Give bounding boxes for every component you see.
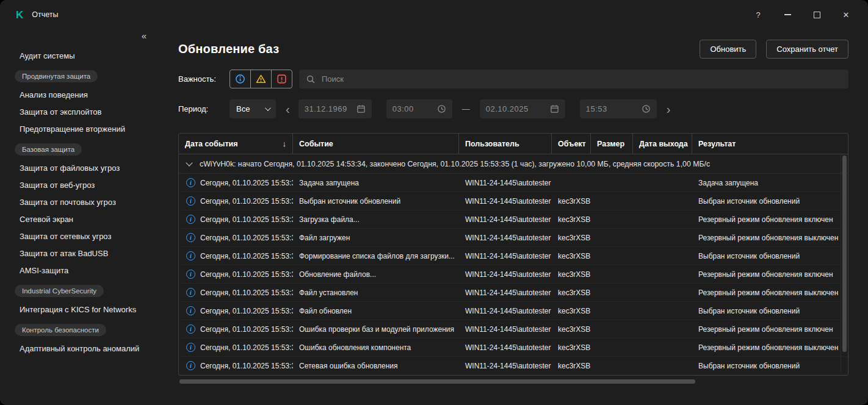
sidebar-item[interactable]: Аудит системы: [0, 48, 159, 65]
events-table: Дата события↓СобытиеПользовательОбъектРа…: [178, 133, 848, 376]
info-icon: i: [186, 343, 195, 352]
table-body: cWiYvH0k: начато Сегодня, 01.10.2025 14:…: [179, 154, 848, 375]
event-date-cell: iСегодня, 01.10.2025 15:53:34: [179, 343, 293, 352]
search-box[interactable]: [299, 70, 848, 88]
info-circle-icon: [235, 74, 245, 84]
period-select[interactable]: Все: [230, 99, 276, 118]
sidebar-item[interactable]: Защита от почтовых угроз: [0, 194, 159, 211]
time-to-field[interactable]: 15:53: [580, 99, 657, 118]
column-header[interactable]: Событие: [293, 134, 459, 154]
kaspersky-logo-icon: K: [16, 10, 23, 20]
group-row[interactable]: cWiYvH0k: начато Сегодня, 01.10.2025 14:…: [179, 154, 848, 174]
importance-critical-toggle[interactable]: [271, 70, 292, 88]
event-cell: Загрузка файла...: [293, 215, 459, 224]
sidebar-item[interactable]: Адаптивный контроль аномалий: [0, 340, 159, 357]
table-row[interactable]: iСегодня, 01.10.2025 15:53:34Обновление …: [179, 265, 848, 284]
column-header-label: Объект: [558, 140, 586, 148]
result-cell: Резервный режим обновления выключен: [692, 234, 848, 242]
table-row[interactable]: iСегодня, 01.10.2025 15:53:34Файл устано…: [179, 284, 848, 302]
info-icon: i: [186, 196, 195, 206]
table-row[interactable]: iСегодня, 01.10.2025 15:53:34Формировани…: [179, 247, 848, 265]
user-cell: WIN11-24-1445\autotester: [459, 215, 552, 224]
chevron-expand-icon: [186, 159, 192, 166]
column-header[interactable]: Объект: [552, 134, 591, 154]
event-date-cell: iСегодня, 01.10.2025 15:53:34: [179, 233, 293, 242]
table-rows: iСегодня, 01.10.2025 15:53:34Задача запу…: [179, 174, 848, 375]
sidebar-item[interactable]: Анализ поведения: [0, 87, 159, 104]
minimize-button[interactable]: [781, 9, 794, 21]
vertical-scrollbar-thumb[interactable]: [842, 156, 847, 352]
window-title: Отчеты: [32, 10, 58, 19]
horizontal-scrollbar[interactable]: [178, 379, 848, 384]
event-date-text: Сегодня, 01.10.2025 15:53:34: [200, 343, 293, 352]
event-cell: Формирование списка файлов для загрузки.…: [293, 252, 459, 260]
object-cell: kec3rXSB: [552, 270, 591, 279]
column-header[interactable]: Результат: [692, 134, 848, 154]
table-row[interactable]: iСегодня, 01.10.2025 15:53:34Загрузка фа…: [179, 210, 848, 229]
sidebar-section-badge: Продвинутая защита: [0, 65, 159, 87]
importance-filter-row: Важность:: [178, 70, 848, 88]
date-from-field[interactable]: 31.12.1969: [298, 99, 372, 118]
event-cell: Файл загружен: [293, 234, 459, 242]
event-date-text: Сегодня, 01.10.2025 15:53:34: [200, 215, 293, 224]
warning-triangle-icon: [256, 74, 266, 84]
table-row[interactable]: iСегодня, 01.10.2025 15:53:34Файл обновл…: [179, 302, 848, 320]
importance-info-toggle[interactable]: [230, 70, 251, 88]
sidebar-item[interactable]: AMSI-защита: [0, 262, 159, 279]
clock-icon: [642, 104, 651, 113]
event-date-text: Сегодня, 01.10.2025 15:53:34: [200, 325, 293, 334]
column-header[interactable]: Дата события↓: [179, 134, 293, 154]
table-row[interactable]: iСегодня, 01.10.2025 15:53:34Выбран исто…: [179, 192, 848, 210]
event-cell: Задача запущена: [293, 179, 459, 187]
result-cell: Задача запущена: [692, 179, 848, 187]
date-from-value: 31.12.1969: [305, 104, 347, 113]
app-window: K Отчеты ? ✕ « Аудит системыПродвинутая …: [0, 0, 868, 405]
sidebar-item[interactable]: Защита от эксплойтов: [0, 104, 159, 121]
column-header-label: Результат: [698, 140, 736, 148]
event-date-cell: iСегодня, 01.10.2025 15:53:34: [179, 306, 293, 315]
section-badge-label: Контроль безопасности: [15, 324, 106, 336]
save-report-button[interactable]: Сохранить отчет: [766, 40, 848, 59]
column-header[interactable]: Пользователь: [459, 134, 552, 154]
period-filter-row: Период: Все ‹ 31.12.1969 03:00 —: [178, 99, 848, 118]
event-cell: Ошибка обновления компонента: [293, 343, 459, 352]
table-row[interactable]: iСегодня, 01.10.2025 15:53:34Ошибка пров…: [179, 320, 848, 339]
table-row[interactable]: iСегодня, 01.10.2025 15:53:34Ошибка обно…: [179, 339, 848, 357]
maximize-button[interactable]: [811, 9, 823, 21]
table-row[interactable]: iСегодня, 01.10.2025 15:53:34Задача запу…: [179, 174, 848, 192]
time-from-field[interactable]: 03:00: [386, 99, 452, 118]
table-row[interactable]: iСегодня, 01.10.2025 15:53:34Файл загруж…: [179, 229, 848, 247]
sidebar-item[interactable]: Защита от файловых угроз: [0, 160, 159, 177]
update-button[interactable]: Обновить: [700, 40, 756, 59]
info-icon: i: [186, 251, 195, 260]
date-to-field[interactable]: 02.10.2025: [480, 99, 565, 118]
vertical-scrollbar[interactable]: [841, 154, 847, 373]
sidebar-item[interactable]: Предотвращение вторжений: [0, 121, 159, 138]
period-next-button[interactable]: ›: [667, 103, 671, 115]
event-date-text: Сегодня, 01.10.2025 15:53:34: [200, 362, 293, 370]
sidebar-item[interactable]: Защита от веб-угроз: [0, 177, 159, 194]
importance-warning-toggle[interactable]: [250, 70, 272, 88]
table-row[interactable]: iСегодня, 01.10.2025 15:53:34Сетевая оши…: [179, 357, 848, 375]
help-button[interactable]: ?: [752, 9, 764, 21]
search-input[interactable]: [320, 74, 842, 84]
event-date-text: Сегодня, 01.10.2025 15:53:34: [200, 252, 293, 260]
object-cell: kec3rXSB: [552, 362, 591, 370]
column-header[interactable]: Дата выхода: [633, 134, 692, 154]
period-prev-button[interactable]: ‹: [286, 103, 290, 115]
sidebar-item[interactable]: Интеграция с KICS for Networks: [0, 301, 159, 318]
sidebar-item[interactable]: Защита от сетевых угроз: [0, 228, 159, 245]
range-separator: —: [462, 104, 470, 113]
column-header[interactable]: Размер: [591, 134, 633, 154]
info-icon: i: [186, 178, 195, 187]
sidebar-section-badge: Industrial CyberSecurity: [0, 279, 159, 301]
event-date-cell: iСегодня, 01.10.2025 15:53:34: [179, 215, 293, 224]
sidebar-item[interactable]: Защита от атак BadUSB: [0, 245, 159, 262]
horizontal-scrollbar-thumb[interactable]: [179, 379, 695, 384]
close-button[interactable]: ✕: [840, 9, 852, 21]
sidebar-item[interactable]: Сетевой экран: [0, 211, 159, 228]
table-header: Дата события↓СобытиеПользовательОбъектРа…: [179, 134, 848, 154]
info-icon: i: [186, 306, 195, 315]
sidebar-collapse-button[interactable]: «: [142, 30, 146, 41]
user-cell: WIN11-24-1445\autotester: [459, 234, 552, 242]
